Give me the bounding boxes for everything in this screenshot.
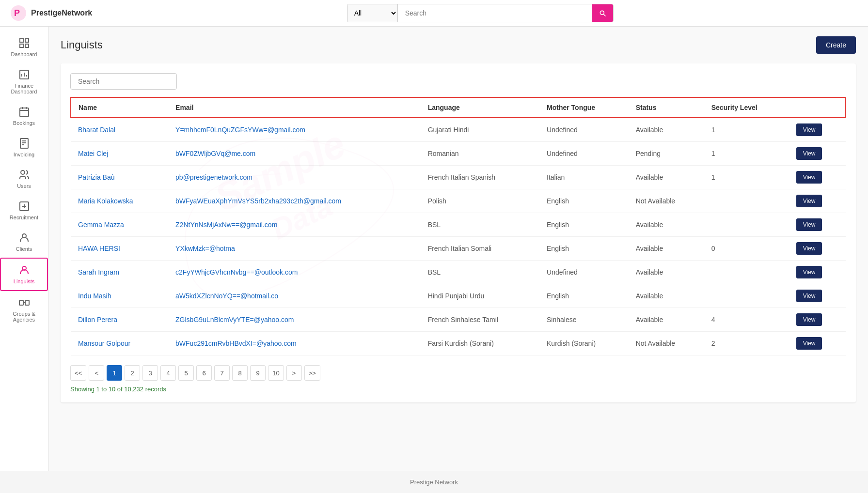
cell-name-1[interactable]: Matei Clej	[71, 142, 168, 166]
pagination-page-1[interactable]: 1	[107, 365, 122, 381]
cell-mother-tongue-9: Kurdish (Sorani)	[539, 332, 629, 355]
table-search-input[interactable]	[70, 73, 177, 90]
sidebar-item-dashboard[interactable]: Dashboard	[0, 31, 48, 63]
cell-action-6[interactable]: View	[789, 261, 846, 284]
cell-action-8[interactable]: View	[789, 308, 846, 332]
view-button-3[interactable]: View	[796, 195, 822, 207]
email-link-9[interactable]: bWFuc291cmRvbHBvdXI=@yahoo.com	[175, 339, 297, 347]
sidebar-item-bookings[interactable]: Bookings	[0, 100, 48, 132]
pagination-first[interactable]: <<	[70, 365, 86, 381]
cell-action-4[interactable]: View	[789, 213, 846, 237]
name-link-9[interactable]: Mansour Golpour	[78, 339, 130, 347]
pagination-page-6[interactable]: 6	[196, 365, 212, 381]
email-link-4[interactable]: Z2NtYnNsMjAxNw==@gmail.com	[175, 221, 277, 229]
view-button-8[interactable]: View	[796, 313, 822, 326]
cell-action-5[interactable]: View	[789, 237, 846, 261]
global-search-button[interactable]	[592, 4, 613, 22]
view-button-1[interactable]: View	[796, 147, 822, 160]
pagination-page-10[interactable]: 10	[268, 365, 284, 381]
view-button-9[interactable]: View	[796, 337, 822, 350]
name-link-5[interactable]: HAWA HERSI	[78, 245, 120, 252]
cell-name-2[interactable]: Patrizia Baù	[71, 166, 168, 189]
cell-action-3[interactable]: View	[789, 189, 846, 213]
name-link-4[interactable]: Gemma Mazza	[78, 221, 124, 229]
users-icon	[18, 169, 30, 181]
cell-name-3[interactable]: Maria Kolakowska	[71, 189, 168, 213]
cell-security-level-9: 2	[704, 332, 789, 355]
cell-name-0[interactable]: Bharat Dalal	[71, 118, 168, 142]
cell-email-6[interactable]: c2FyYWhjcGVhcnNvbg==@outlook.com	[168, 261, 421, 284]
cell-action-0[interactable]: View	[789, 118, 846, 142]
view-button-2[interactable]: View	[796, 171, 822, 184]
name-link-2[interactable]: Patrizia Baù	[78, 173, 114, 181]
view-button-6[interactable]: View	[796, 266, 822, 278]
cell-name-7[interactable]: Indu Masih	[71, 284, 168, 308]
cell-email-3[interactable]: bWFyaWEuaXphYmVsYS5rb2xha293c2th@gmail.c…	[168, 189, 421, 213]
pagination-page-9[interactable]: 9	[250, 365, 266, 381]
sidebar-item-clients[interactable]: Clients	[0, 226, 48, 258]
sidebar-item-bookings-label: Bookings	[13, 120, 35, 126]
email-link-5[interactable]: YXkwMzk=@hotma	[175, 245, 235, 252]
cell-action-7[interactable]: View	[789, 284, 846, 308]
cell-name-8[interactable]: Dillon Perera	[71, 308, 168, 332]
cell-name-9[interactable]: Mansour Golpour	[71, 332, 168, 355]
global-search-input[interactable]	[398, 4, 592, 22]
cell-action-2[interactable]: View	[789, 166, 846, 189]
name-link-8[interactable]: Dillon Perera	[78, 316, 117, 324]
sidebar-item-finance-dashboard[interactable]: Finance Dashboard	[0, 63, 48, 100]
view-button-7[interactable]: View	[796, 290, 822, 302]
sidebar-item-recruitment[interactable]: Recruitment	[0, 195, 48, 226]
cell-email-9[interactable]: bWFuc291cmRvbHBvdXI=@yahoo.com	[168, 332, 421, 355]
name-link-7[interactable]: Indu Masih	[78, 292, 111, 300]
cell-email-1[interactable]: bWF0ZWljbGVq@me.com	[168, 142, 421, 166]
cell-email-2[interactable]: pb@prestigenetwork.com	[168, 166, 421, 189]
table-card: Name Email Language Mother Tongue Status…	[61, 63, 856, 402]
cell-status-7: Available	[629, 284, 704, 308]
global-search-bar[interactable]: All Name Email Language	[347, 4, 614, 22]
pagination-prev[interactable]: <	[89, 365, 104, 381]
email-link-2[interactable]: pb@prestigenetwork.com	[175, 173, 253, 181]
cell-status-9: Not Available	[629, 332, 704, 355]
sidebar-item-groups-agencies[interactable]: Groups & Agencies	[0, 291, 48, 328]
pagination-page-8[interactable]: 8	[232, 365, 248, 381]
email-link-7[interactable]: aW5kdXZlcnNoYQ==@hotmail.co	[175, 292, 278, 300]
cell-email-0[interactable]: Y=mhhcmF0LnQuZGFsYWw=@gmail.com	[168, 118, 421, 142]
sidebar-item-users[interactable]: Users	[0, 163, 48, 195]
pagination-page-2[interactable]: 2	[125, 365, 140, 381]
cell-email-4[interactable]: Z2NtYnNsMjAxNw==@gmail.com	[168, 213, 421, 237]
email-link-6[interactable]: c2FyYWhjcGVhcnNvbg==@outlook.com	[175, 268, 298, 276]
cell-name-6[interactable]: Sarah Ingram	[71, 261, 168, 284]
name-link-1[interactable]: Matei Clej	[78, 150, 108, 157]
sidebar-item-linguists[interactable]: Linguists	[0, 258, 48, 291]
view-button-4[interactable]: View	[796, 218, 822, 231]
svg-rect-3	[25, 39, 29, 42]
table-row: Patrizia Baù pb@prestigenetwork.com Fren…	[71, 166, 846, 189]
pagination-page-5[interactable]: 5	[178, 365, 194, 381]
cell-name-4[interactable]: Gemma Mazza	[71, 213, 168, 237]
email-link-3[interactable]: bWFyaWEuaXphYmVsYS5rb2xha293c2th@gmail.c…	[175, 197, 341, 205]
pagination-page-4[interactable]: 4	[160, 365, 176, 381]
pagination-page-7[interactable]: 7	[214, 365, 230, 381]
cell-email-5[interactable]: YXkwMzk=@hotma	[168, 237, 421, 261]
cell-name-5[interactable]: HAWA HERSI	[71, 237, 168, 261]
email-link-0[interactable]: Y=mhhcmF0LnQuZGFsYWw=@gmail.com	[175, 126, 305, 134]
sidebar-item-invoicing[interactable]: Invoicing	[0, 132, 48, 163]
cell-email-8[interactable]: ZGlsbG9uLnBlcmVyYTE=@yahoo.com	[168, 308, 421, 332]
cell-email-7[interactable]: aW5kdXZlcnNoYQ==@hotmail.co	[168, 284, 421, 308]
name-link-6[interactable]: Sarah Ingram	[78, 268, 119, 276]
name-link-0[interactable]: Bharat Dalal	[78, 126, 115, 134]
email-link-8[interactable]: ZGlsbG9uLnBlcmVyYTE=@yahoo.com	[175, 316, 294, 324]
view-button-0[interactable]: View	[796, 123, 822, 136]
email-link-1[interactable]: bWF0ZWljbGVq@me.com	[175, 150, 255, 157]
create-button[interactable]: Create	[816, 36, 856, 54]
cell-security-level-5: 0	[704, 237, 789, 261]
pagination-next[interactable]: >	[286, 365, 302, 381]
name-link-3[interactable]: Maria Kolakowska	[78, 197, 133, 205]
cell-action-9[interactable]: View	[789, 332, 846, 355]
pagination-page-3[interactable]: 3	[142, 365, 158, 381]
view-button-5[interactable]: View	[796, 242, 822, 255]
search-filter-select[interactable]: All Name Email Language	[347, 4, 398, 22]
cell-action-1[interactable]: View	[789, 142, 846, 166]
logo-icon: P	[10, 4, 27, 22]
pagination-last[interactable]: >>	[304, 365, 320, 381]
